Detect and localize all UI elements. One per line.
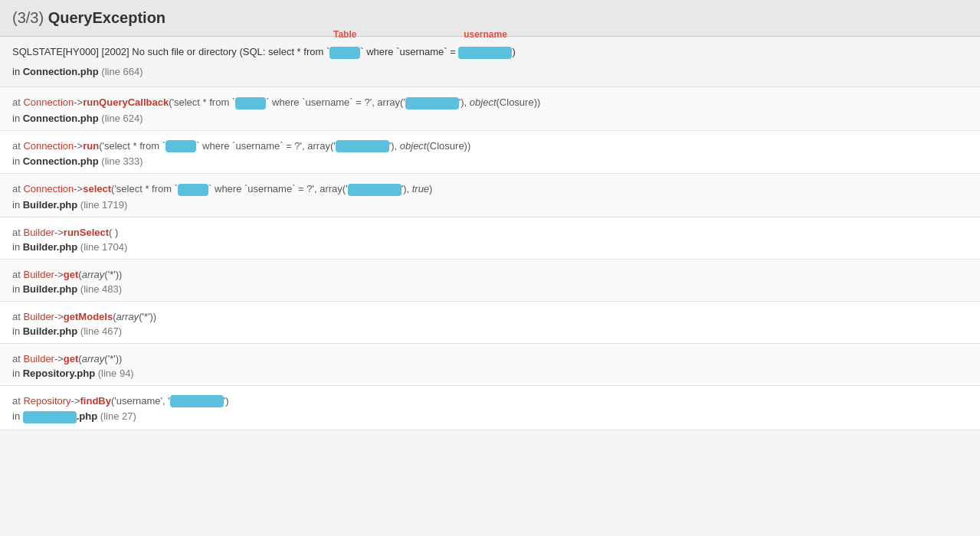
params-2b: ` where `username` = ?', array(' (196, 140, 336, 152)
at-prefix-4: at (12, 227, 23, 238)
stack-item-2: at Connection->run('select * from ` ` wh… (0, 131, 980, 175)
at-line-2: at Connection->run('select * from ` ` wh… (12, 140, 968, 153)
stack-item-3: at Connection->select('select * from ` `… (0, 174, 980, 217)
arrow-5: -> (54, 269, 64, 280)
stack-item-1: at Connection->runQueryCallback('select … (0, 87, 980, 131)
method-5: get (64, 269, 79, 280)
where-text: ` where `username` = (360, 46, 458, 57)
file-blurred-s8 (23, 411, 77, 423)
sqlstate-text: SQLSTATE[HY000] [2002] No such file or d… (12, 46, 329, 57)
param-blurred-8a (170, 395, 224, 407)
file-s8: .php (77, 410, 97, 422)
params-3c: '), true) (402, 183, 433, 194)
in-line-1: in Connection.php (line 624) (12, 113, 968, 124)
at-line-5: at Builder->get(array('*')) (12, 269, 968, 280)
table-blurred-container: Table (329, 44, 360, 60)
params-3b: ` where `username` = ?', array(' (208, 183, 348, 194)
arrow-8: -> (71, 395, 80, 407)
line-s7: (line 94) (98, 368, 134, 379)
in-prefix-s3: in (12, 199, 23, 211)
class-3: Connection (23, 183, 74, 194)
file-s3: Builder.php (23, 199, 78, 211)
exception-counter: (3/3) (12, 9, 44, 26)
stack-item-8: at Repository->findBy('username', ' ') i… (0, 386, 980, 430)
at-line-1: at Connection->runQueryCallback('select … (12, 96, 968, 109)
param-blurred-2b (336, 140, 389, 152)
line-s4: (line 1704) (80, 241, 127, 253)
param-blurred-1b (405, 97, 459, 109)
username-blurred-container: username (458, 44, 512, 60)
at-prefix-5: at (12, 269, 23, 280)
class-5: Builder (23, 269, 54, 280)
in-line-7: in Repository.php (line 94) (12, 368, 968, 379)
at-line-3: at Connection->select('select * from ` `… (12, 183, 968, 196)
method-8: findBy (80, 395, 111, 407)
params-7: (array('*')) (78, 353, 122, 364)
in-line-4: in Builder.php (line 1704) (12, 241, 968, 253)
in-line-2: in Connection.php (line 333) (12, 155, 968, 167)
at-line-8: at Repository->findBy('username', ' ') (12, 395, 968, 408)
params-1c: '), object(Closure)) (459, 96, 541, 108)
at-line-6: at Builder->getModels(array('*')) (12, 311, 968, 322)
method-4: runSelect (64, 227, 109, 238)
param-blurred-1a (235, 97, 266, 109)
error-message-block: SQLSTATE[HY000] [2002] No such file or d… (0, 37, 980, 87)
at-line-4: at Builder->runSelect( ) (12, 227, 968, 238)
table-blurred (329, 47, 360, 59)
username-blurred (458, 47, 512, 59)
params-1b: ` where `username` = ?', array(' (266, 96, 405, 108)
arrow-6: -> (54, 311, 64, 322)
stack-item-4: at Builder->runSelect( ) in Builder.php … (0, 217, 980, 260)
stack-item-7: at Builder->get(array('*')) in Repositor… (0, 344, 980, 386)
in-prefix-s1: in (12, 113, 23, 124)
exception-title: (3/3) QueryException (12, 9, 968, 27)
method-2: run (83, 140, 99, 152)
file-s6: Builder.php (23, 325, 78, 337)
line-s2: (line 333) (101, 155, 143, 167)
exception-name: QueryException (48, 9, 166, 26)
in-prefix-s4: in (12, 241, 23, 253)
at-prefix-2: at (12, 140, 23, 152)
line-s8: (line 27) (100, 410, 136, 422)
at-line-7: at Builder->get(array('*')) (12, 353, 968, 364)
param-blurred-2a (166, 140, 196, 152)
at-prefix-6: at (12, 311, 23, 322)
params-5: (array('*')) (78, 269, 122, 280)
stack-item-5: at Builder->get(array('*')) in Builder.p… (0, 260, 980, 302)
in-prefix-s8: in (12, 410, 23, 422)
method-6: getModels (64, 311, 113, 322)
in-line-3: in Builder.php (line 1719) (12, 199, 968, 211)
class-7: Builder (23, 353, 54, 364)
file-1: Connection.php (23, 66, 99, 77)
arrow-4: -> (54, 227, 64, 238)
in-file-1: in Connection.php (line 664) (12, 64, 968, 80)
file-s1: Connection.php (23, 113, 99, 124)
param-blurred-3b (348, 184, 402, 196)
username-tooltip: username (464, 28, 507, 41)
params-8: ('username', ' (111, 395, 170, 407)
line-s6: (line 467) (80, 325, 122, 337)
params-4: ( ) (109, 227, 118, 238)
file-s5: Builder.php (23, 283, 78, 295)
stack-trace: at Connection->runQueryCallback('select … (0, 87, 980, 430)
stack-item-6: at Builder->getModels(array('*')) in Bui… (0, 302, 980, 344)
line-s5: (line 483) (80, 283, 122, 295)
method-7: get (64, 353, 79, 364)
in-line-8: in .php (line 27) (12, 410, 968, 423)
in-prefix-s6: in (12, 325, 23, 337)
in-prefix-s5: in (12, 283, 23, 295)
in-line-6: in Builder.php (line 467) (12, 325, 968, 337)
in-prefix-s7: in (12, 368, 23, 379)
file-s7: Repository.php (23, 368, 95, 379)
arrow-3: -> (74, 183, 83, 194)
at-prefix-3: at (12, 183, 23, 194)
table-tooltip: Table (333, 28, 356, 41)
arrow-2: -> (74, 140, 83, 152)
line-s3: (line 1719) (80, 199, 127, 211)
in-prefix-1: in (12, 66, 23, 77)
at-prefix-7: at (12, 353, 23, 364)
line-1: (line 664) (101, 66, 143, 77)
params-2: ('select * from ` (99, 140, 166, 152)
at-prefix-1: at (12, 96, 23, 108)
params-1: ('select * from ` (169, 96, 235, 108)
